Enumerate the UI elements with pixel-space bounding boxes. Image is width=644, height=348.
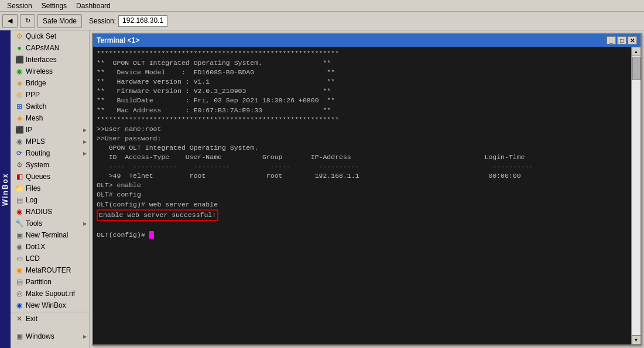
content-area: Terminal <1> _ □ ✕ *********************… (90, 30, 644, 348)
terminal-line: GPON OLT Integrated Operating System. (97, 143, 628, 153)
sidebar-label-new-terminal: New Terminal (26, 231, 68, 239)
sidebar-label-tools: Tools (26, 219, 42, 228)
ip-icon: ⬛ (15, 126, 23, 134)
terminal-maximize-button[interactable]: □ (617, 36, 626, 44)
terminal-line: ** Mac Address : E0:67:B3:7A:E9:33 ** (97, 106, 628, 115)
ppp-icon: ◎ (15, 91, 23, 99)
files-icon: 📁 (15, 184, 23, 192)
back-icon: ◀ (8, 17, 12, 25)
terminal-line: ** Firmware version : V2.0.3_210903 ** (97, 87, 628, 96)
sidebar-item-mpls[interactable]: ◉ MPLS (11, 136, 89, 147)
session-label: Session: (89, 17, 116, 25)
terminal-content-wrap: ****************************************… (93, 47, 640, 344)
radius-icon: ◉ (15, 208, 23, 216)
sidebar-item-dot1x[interactable]: ◉ Dot1X (11, 241, 89, 253)
sidebar-label-ppp: PPP (26, 91, 40, 99)
sidebar-item-bridge[interactable]: ◈ Bridge (11, 77, 89, 89)
sidebar-label-bridge: Bridge (26, 79, 46, 87)
terminal-line: ** BuildDate : Fri, 03 Sep 2021 18:38:26… (97, 96, 628, 105)
refresh-button[interactable]: ↻ (20, 14, 35, 28)
tools-icon: 🔧 (15, 219, 23, 228)
menu-dashboard[interactable]: Dashboard (71, 1, 115, 11)
terminal-cursor (149, 231, 154, 239)
scroll-thumb[interactable] (632, 57, 640, 80)
sidebar-label-wireless: Wireless (26, 67, 53, 75)
sidebar-item-partition[interactable]: ▤ Partition (11, 276, 89, 288)
sidebar-label-queues: Queues (26, 173, 50, 181)
windows-icon: ▣ (15, 332, 23, 340)
terminal-line: OLT> enable (97, 181, 628, 190)
sidebar-label-capsman: CAPsMAN (26, 44, 59, 52)
mesh-icon: ◈ (15, 114, 23, 122)
sidebar-item-files[interactable]: 📁 Files (11, 182, 89, 194)
terminal-highlight-line: Enable web server successful! (97, 209, 628, 221)
terminal-line: ** Hardware version : V1.1 ** (97, 77, 628, 87)
sidebar-label-interfaces: Interfaces (26, 56, 57, 64)
scroll-down-button[interactable]: ▼ (632, 335, 641, 344)
toolbar: ◀ ↻ Safe Mode Session: 192.168.30.1 (0, 12, 644, 30)
terminal-minimize-button[interactable]: _ (607, 36, 616, 44)
exit-icon: ✕ (15, 315, 23, 323)
sidebar-item-capsman[interactable]: ● CAPsMAN (11, 42, 89, 54)
scroll-up-button[interactable]: ▲ (632, 47, 641, 56)
safe-mode-button[interactable]: Safe Mode (37, 14, 82, 28)
new-winbox-icon: ◉ (15, 301, 23, 309)
sidebar-label-quick-set: Quick Set (26, 32, 56, 40)
sidebar-item-routing[interactable]: ⟳ Routing (11, 147, 89, 159)
terminal-title: Terminal <1> (97, 36, 605, 44)
scroll-track (632, 56, 640, 335)
sidebar-label-dot1x: Dot1X (26, 243, 45, 251)
metarouter-icon: ◉ (15, 266, 23, 274)
back-button[interactable]: ◀ (2, 14, 18, 28)
sidebar-item-ppp[interactable]: ◎ PPP (11, 89, 89, 101)
sidebar-label-system: System (26, 161, 49, 169)
terminal-titlebar: Terminal <1> _ □ ✕ (93, 34, 640, 47)
sidebar-label-mpls: MPLS (26, 137, 45, 146)
sidebar-item-new-terminal[interactable]: ▣ New Terminal (11, 229, 89, 241)
sidebar-label-switch: Switch (26, 102, 46, 111)
capsman-icon: ● (15, 44, 23, 52)
terminal-line: >49 Telnet root root 192.168.1.1 00:00:0… (97, 171, 628, 181)
sidebar-item-log[interactable]: ▤ Log (11, 194, 89, 206)
terminal-window: Terminal <1> _ □ ✕ *********************… (92, 33, 642, 346)
session-value: 192.168.30.1 (118, 15, 167, 27)
sidebar-item-exit[interactable]: ✕ Exit (11, 313, 89, 325)
sidebar-item-interfaces[interactable]: ⬛ Interfaces (11, 54, 89, 66)
sidebar-label-routing: Routing (26, 149, 50, 157)
sidebar-item-quick-set[interactable]: ⚙ Quick Set (11, 30, 89, 42)
switch-icon: ⊞ (15, 102, 23, 111)
menu-session[interactable]: Session (2, 1, 37, 11)
sidebar-label-metarouter: MetaROUTER (26, 266, 71, 274)
sidebar-label-lcd: LCD (26, 254, 40, 263)
sidebar-item-radius[interactable]: ◉ RADIUS (11, 206, 89, 218)
menu-settings[interactable]: Settings (37, 1, 71, 11)
sidebar-item-ip[interactable]: ⬛ IP (11, 124, 89, 136)
log-icon: ▤ (15, 196, 23, 204)
sidebar-item-wireless[interactable]: ◉ Wireless (11, 66, 89, 77)
sidebar-label-files: Files (26, 184, 40, 192)
sidebar-label-radius: RADIUS (26, 208, 52, 216)
sidebar-item-metarouter[interactable]: ◉ MetaROUTER (11, 264, 89, 276)
sidebar-item-system[interactable]: ⚙ System (11, 159, 89, 171)
sidebar-item-tools[interactable]: 🔧 Tools (11, 218, 89, 229)
terminal-line: ID Access-Type User-Name Group IP-Addres… (97, 153, 628, 162)
bridge-icon: ◈ (15, 79, 23, 87)
sidebar-item-make-supout[interactable]: ◎ Make Supout.rif (11, 288, 89, 299)
sidebar-item-windows[interactable]: ▣ Windows (11, 330, 89, 342)
terminal-body[interactable]: ****************************************… (93, 47, 631, 344)
refresh-icon: ↻ (25, 17, 30, 25)
sidebar-item-queues[interactable]: ◧ Queues (11, 171, 89, 182)
wireless-icon: ◉ (15, 67, 23, 75)
terminal-line: >>User name:root (97, 125, 628, 134)
sidebar-item-switch[interactable]: ⊞ Switch (11, 101, 89, 112)
lcd-icon: ▭ (15, 254, 23, 263)
sidebar-item-lcd[interactable]: ▭ LCD (11, 253, 89, 264)
sidebar-item-mesh[interactable]: ◈ Mesh (11, 112, 89, 124)
sidebar-item-new-winbox[interactable]: ◉ New WinBox (11, 299, 89, 311)
winbox-label: WinBox (0, 30, 11, 348)
menu-bar: Session Settings Dashboard (0, 0, 644, 12)
sidebar-label-windows: Windows (26, 332, 54, 340)
terminal-line: ****************************************… (97, 49, 628, 58)
interfaces-icon: ⬛ (15, 56, 23, 64)
terminal-close-button[interactable]: ✕ (628, 36, 637, 44)
